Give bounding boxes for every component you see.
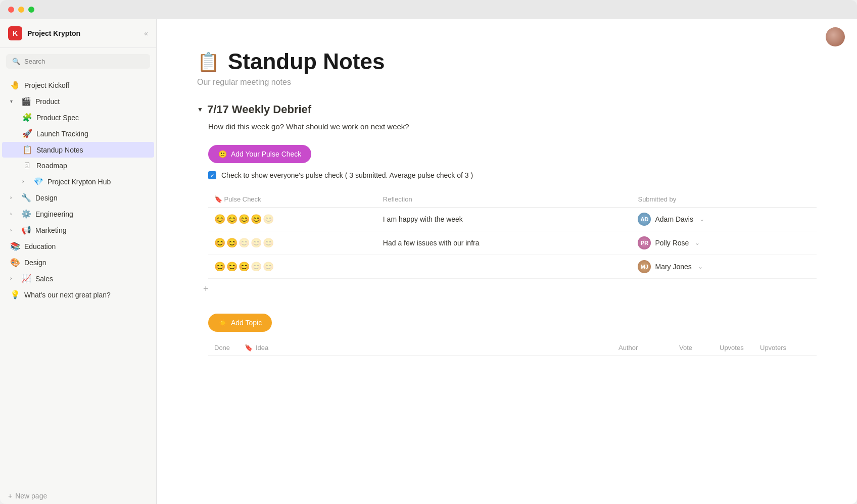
add-topic-button[interactable]: ☀️ Add Topic xyxy=(208,314,272,332)
sidebar-collapse-icon[interactable]: « xyxy=(144,29,148,37)
main-content: 📋 Standup Notes Our regular meeting note… xyxy=(157,19,857,504)
star-4: 😊 xyxy=(251,237,262,248)
sidebar-item-education[interactable]: 📚 Education xyxy=(2,238,154,254)
sidebar-nav: 🤚 Project Kickoff ▾ 🎬 Product 🧩 Product … xyxy=(0,75,156,488)
submitted-by-inner: MJ Mary Jones ⌄ xyxy=(638,260,811,273)
sidebar-item-marketing[interactable]: › 📢 Marketing xyxy=(2,222,154,238)
sidebar-item-label: Roadmap xyxy=(36,162,146,170)
sidebar-item-product[interactable]: ▾ 🎬 Product xyxy=(2,93,154,109)
submitted-by-cell: PR Polly Rose ⌄ xyxy=(632,231,817,255)
polly-name: Polly Rose xyxy=(655,239,689,247)
product-spec-icon: 🧩 xyxy=(22,113,32,122)
maximize-button[interactable] xyxy=(28,7,34,13)
show-pulse-check-checkbox[interactable]: ✓ xyxy=(208,171,216,179)
sidebar-item-label: Design xyxy=(35,194,146,202)
search-input[interactable] xyxy=(24,58,144,65)
author-col-header: Author xyxy=(618,344,679,351)
add-pulse-row-button[interactable]: + xyxy=(197,279,817,299)
pulse-row-adam: 😊 😊 😊 😊 😊 I am happy with the week AD xyxy=(208,208,817,231)
chevron-right-icon: › xyxy=(10,276,17,281)
project-kickoff-icon: 🤚 xyxy=(10,80,20,90)
marketing-icon: 📢 xyxy=(21,225,31,235)
star-1: 😊 xyxy=(214,261,225,272)
page-title: Standup Notes xyxy=(228,49,385,74)
chevron-down-icon: ▾ xyxy=(10,98,17,104)
pulse-rating-cell: 😊 😊 😊 😊 😊 xyxy=(208,255,377,279)
pulse-rating-cell: 😊 😊 😊 😊 😊 xyxy=(208,208,377,231)
sidebar-item-roadmap[interactable]: 🗓 Roadmap xyxy=(2,158,154,173)
star-2: 😊 xyxy=(226,214,237,225)
vote-col-header: Vote xyxy=(679,344,720,351)
pulse-row-polly: 😊 😊 😊 😊 😊 Had a few issues with our infr… xyxy=(208,231,817,255)
sidebar-item-label: Sales xyxy=(35,275,146,283)
user-avatar[interactable] xyxy=(826,27,845,46)
standup-notes-icon: 📋 xyxy=(22,145,32,155)
submitted-by-inner: AD Adam Davis ⌄ xyxy=(638,213,811,226)
sidebar-item-label: Launch Tracking xyxy=(36,130,146,138)
section-title: 7/17 Weekly Debrief xyxy=(207,103,311,116)
sidebar-item-standup-notes[interactable]: 📋 Standup Notes xyxy=(2,142,154,158)
submitted-by-cell: MJ Mary Jones ⌄ xyxy=(632,255,817,279)
sidebar-item-label: What's our next great plan? xyxy=(24,291,146,299)
sidebar-item-project-krypton-hub[interactable]: › 💎 Project Krypton Hub xyxy=(2,174,154,189)
page-subtitle: Our regular meeting notes xyxy=(197,78,817,87)
idea-col-header: 🔖 Idea xyxy=(245,344,618,351)
polly-avatar: PR xyxy=(638,236,651,249)
row-expand-icon[interactable]: ⌄ xyxy=(699,216,704,223)
pulse-rating-cell: 😊 😊 😊 😊 😊 xyxy=(208,231,377,255)
new-page-button[interactable]: + New page xyxy=(0,488,156,504)
star-3: 😊 xyxy=(239,214,250,225)
star-3: 😊 xyxy=(239,237,250,248)
workspace-logo: K xyxy=(8,26,22,40)
user-avatar-inner xyxy=(826,27,845,46)
row-expand-icon[interactable]: ⌄ xyxy=(695,239,700,246)
row-expand-icon[interactable]: ⌄ xyxy=(698,263,703,270)
page-header: 📋 Standup Notes xyxy=(197,49,817,74)
star-4: 😊 xyxy=(251,261,262,272)
pulse-row-mary: 😊 😊 😊 😊 😊 MJ Mary Jones xyxy=(208,255,817,279)
sidebar-item-sales[interactable]: › 📈 Sales xyxy=(2,271,154,286)
reflection-cell xyxy=(377,255,632,279)
star-1: 😊 xyxy=(214,214,225,225)
star-5: 😊 xyxy=(263,261,274,272)
reflection-cell: Had a few issues with our infra xyxy=(377,231,632,255)
adam-avatar: AD xyxy=(638,213,651,226)
sidebar-item-project-kickoff[interactable]: 🤚 Project Kickoff xyxy=(2,77,154,93)
mary-name: Mary Jones xyxy=(655,263,691,271)
star-1: 😊 xyxy=(214,237,225,248)
mary-avatar: MJ xyxy=(638,260,651,273)
search-bar[interactable]: 🔍 xyxy=(6,54,150,69)
sidebar-item-engineering[interactable]: › ⚙️ Engineering xyxy=(2,206,154,222)
sidebar-item-next-plan[interactable]: 💡 What's our next great plan? xyxy=(2,287,154,303)
emoji-stars: 😊 😊 😊 😊 😊 xyxy=(214,214,371,225)
sidebar-item-label: Education xyxy=(24,242,146,250)
minimize-button[interactable] xyxy=(18,7,24,13)
engineering-icon: ⚙️ xyxy=(21,209,31,219)
sidebar-item-launch-tracking[interactable]: 🚀 Launch Tracking xyxy=(2,126,154,141)
add-pulse-check-button[interactable]: 🙂 Add Your Pulse Check xyxy=(208,145,311,163)
topics-table-header: Done 🔖 Idea Author Vote Upvotes Upvoters xyxy=(208,340,817,356)
design2-icon: 🎨 xyxy=(10,258,20,267)
section-header[interactable]: ▼ 7/17 Weekly Debrief xyxy=(197,103,817,116)
sidebar-item-label: Marketing xyxy=(35,226,146,234)
star-5: 😊 xyxy=(263,237,274,248)
page-icon: 📋 xyxy=(197,52,220,73)
star-2: 😊 xyxy=(226,261,237,272)
add-pulse-check-label: Add Your Pulse Check xyxy=(231,150,301,158)
design-icon: 🔧 xyxy=(21,193,31,203)
done-col-header: Done xyxy=(214,344,245,351)
next-plan-icon: 💡 xyxy=(10,290,20,299)
titlebar xyxy=(0,0,857,19)
checkmark-icon: ✓ xyxy=(210,172,215,179)
sales-icon: 📈 xyxy=(21,274,31,283)
star-4: 😊 xyxy=(251,214,262,225)
close-button[interactable] xyxy=(8,7,14,13)
search-icon: 🔍 xyxy=(12,58,20,65)
add-topic-label: Add Topic xyxy=(231,319,262,327)
sidebar-item-product-spec[interactable]: 🧩 Product Spec xyxy=(2,110,154,125)
sidebar-item-label: Product Spec xyxy=(36,114,146,122)
emoji-stars: 😊 😊 😊 😊 😊 xyxy=(214,237,371,248)
sidebar-item-design[interactable]: › 🔧 Design xyxy=(2,190,154,206)
sidebar-item-design2[interactable]: 🎨 Design xyxy=(2,255,154,270)
pulse-check-col-header: 🔖 Pulse Check xyxy=(208,191,377,208)
